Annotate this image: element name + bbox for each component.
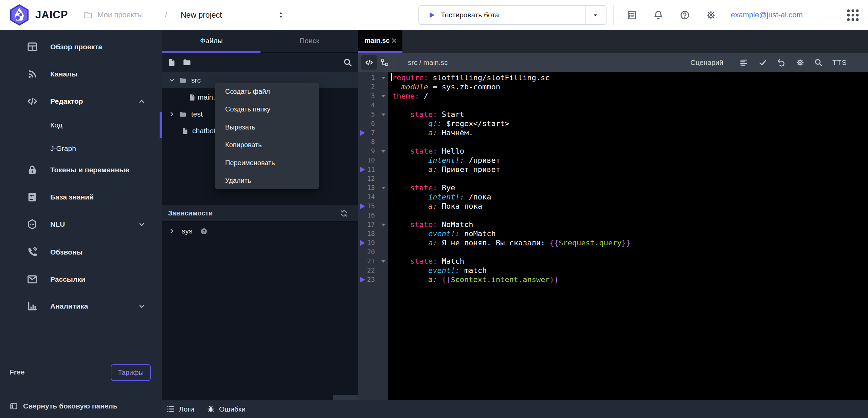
new-folder-icon[interactable] [182, 58, 192, 67]
code-editor: main.sc src / main.sc Сценарий [358, 30, 868, 418]
chevron-down-icon[interactable] [592, 12, 599, 19]
graph-view-button[interactable] [380, 58, 389, 67]
code-area[interactable]: require: slotfilling/slotFilling.sc modu… [388, 72, 868, 400]
run-state-icon[interactable] [360, 130, 365, 136]
plan-label: Free [10, 363, 24, 382]
code-line[interactable]: q!: $regex</start> [392, 119, 509, 128]
tab-files[interactable]: Файлы [162, 30, 260, 51]
dependencies-header: Зависимости [162, 205, 358, 222]
code-line[interactable]: state: Hello [392, 146, 464, 156]
jaicp-logo-icon[interactable] [9, 4, 30, 25]
line-number: 4 [371, 101, 375, 110]
chevron-down-icon[interactable] [138, 221, 146, 228]
journal-icon[interactable] [627, 10, 637, 20]
chevron-right-icon[interactable] [168, 228, 175, 234]
sidebar-item-calls[interactable]: Обзвоны [0, 243, 162, 262]
sidebar-item-project-overview[interactable]: Обзор проекта [0, 37, 162, 56]
help-badge-icon[interactable]: ? [200, 228, 207, 235]
menu-item-3[interactable]: Вырезать [215, 118, 319, 136]
run-state-icon[interactable] [360, 277, 365, 282]
run-state-icon[interactable] [360, 167, 365, 172]
code-line[interactable]: a: Начнём. [392, 128, 473, 137]
folder-icon [179, 76, 187, 84]
code-line[interactable]: a: Привет привет [392, 165, 500, 174]
errors-button[interactable]: Ошибки [219, 400, 246, 418]
fold-toggle-icon[interactable] [381, 95, 385, 98]
sidebar-item-tokens[interactable]: Токены и переменные [0, 160, 162, 179]
project-switch-icon[interactable] [277, 11, 285, 19]
menu-item-6[interactable]: Удалить [215, 172, 319, 189]
fold-toggle-icon[interactable] [381, 150, 385, 153]
tab-label: main.sc [364, 30, 390, 51]
fold-toggle-icon[interactable] [381, 187, 385, 189]
scenario-label[interactable]: Сценарий [690, 53, 723, 72]
chevron-down-icon[interactable] [138, 302, 146, 310]
menu-item-1[interactable]: Создать файл [215, 83, 319, 100]
user-email[interactable]: example@just-ai.com [731, 0, 803, 30]
code-line[interactable]: intent!: /привет [392, 156, 500, 165]
code-line[interactable]: state: Start [392, 110, 464, 119]
code-view-button[interactable] [361, 55, 377, 70]
new-file-icon[interactable] [167, 58, 177, 67]
tts-label[interactable]: TTS [832, 53, 847, 72]
refresh-icon[interactable] [340, 209, 348, 218]
code-line[interactable]: state: Match [392, 257, 464, 266]
fold-toggle-icon[interactable] [381, 260, 385, 263]
dep-item-sys[interactable]: sys? [162, 223, 358, 239]
sidebar-item-j-graph[interactable]: J-Graph [0, 139, 162, 158]
chevron-right-icon[interactable] [168, 111, 175, 118]
horizontal-scrollbar-thumb[interactable] [333, 395, 359, 400]
sidebar-item-code[interactable]: Код [0, 116, 162, 135]
fold-toggle-icon[interactable] [381, 224, 385, 226]
check-icon[interactable] [758, 58, 767, 67]
sidebar-item-knowledge-base[interactable]: База знаний [0, 188, 162, 207]
code-line[interactable]: state: Bye [392, 183, 455, 192]
tab-search[interactable]: Поиск [260, 30, 358, 51]
code-line[interactable]: require: slotfilling/slotFilling.sc [392, 73, 550, 82]
help-icon[interactable] [680, 10, 690, 20]
close-icon[interactable] [391, 37, 397, 44]
editor-tab-bar: main.sc [358, 30, 868, 53]
code-line[interactable]: intent!: /пока [392, 192, 491, 202]
knowledge-icon [26, 191, 38, 203]
code-line[interactable]: a: Я не понял. Вы сказали: {{$request.qu… [392, 238, 631, 247]
run-state-icon[interactable] [360, 204, 365, 209]
test-bot-button[interactable]: Тестировать бота [418, 5, 607, 25]
code-line[interactable]: state: NoMatch [392, 220, 473, 229]
menu-item-2[interactable]: Создать папку [215, 100, 319, 118]
tab-main-sc[interactable]: main.sc [358, 30, 402, 51]
gear-icon[interactable] [796, 58, 804, 67]
plans-button[interactable]: Тарифы [111, 364, 151, 381]
sidebar-item-nlu[interactable]: NLU [0, 215, 162, 234]
apps-grid-icon[interactable] [845, 7, 861, 23]
sidebar-item-channels[interactable]: Каналы [0, 65, 162, 84]
project-name[interactable]: New project [181, 0, 222, 30]
search-icon[interactable] [814, 58, 823, 67]
bell-icon[interactable] [653, 10, 664, 20]
menu-item-4[interactable]: Копировать [215, 136, 319, 154]
undo-icon[interactable] [777, 58, 785, 67]
run-state-icon[interactable] [360, 240, 365, 246]
chevron-down-icon[interactable] [168, 77, 175, 84]
menu-item-5[interactable]: Переименовать [215, 154, 319, 172]
code-line[interactable]: a: Пока пока [392, 202, 482, 211]
code-line[interactable]: module = sys.zb-common [392, 82, 500, 91]
logs-button[interactable]: Логи [179, 400, 194, 418]
line-number: 13 [367, 183, 375, 192]
sidebar-item-mailings[interactable]: Рассылки [0, 270, 162, 289]
collapse-sidebar-button[interactable]: Свернуть боковую панель [0, 397, 162, 416]
fold-toggle-icon[interactable] [381, 77, 385, 79]
sidebar-item-editor[interactable]: Редактор [0, 92, 162, 111]
test-bot-label: Тестировать бота [441, 6, 499, 24]
gear-icon[interactable] [706, 10, 716, 20]
outline-icon[interactable] [739, 58, 748, 67]
fold-toggle-icon[interactable] [381, 114, 385, 116]
code-line[interactable]: event!: noMatch [392, 229, 496, 238]
code-line[interactable]: a: {{$context.intent.answer}} [392, 275, 559, 284]
code-line[interactable]: event!: match [392, 266, 487, 275]
code-line[interactable]: theme: / [392, 91, 428, 101]
breadcrumb-projects[interactable]: Мои проекты [97, 0, 143, 30]
search-icon[interactable] [343, 58, 352, 67]
chevron-up-icon[interactable] [138, 98, 146, 105]
sidebar-item-analytics[interactable]: Аналитика [0, 297, 162, 316]
